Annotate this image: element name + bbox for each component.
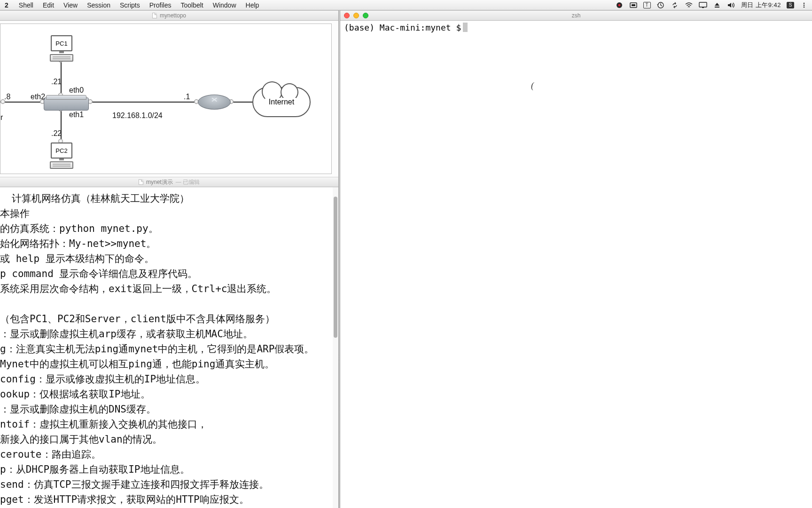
topo-window-titlebar[interactable]: mynettopo [0, 10, 338, 21]
topology-canvas[interactable]: PC1 PC2 Internet .8 r eth2 eth0 e [0, 24, 332, 174]
eject-icon[interactable] [713, 1, 721, 9]
menu-scripts[interactable]: Scripts [115, 1, 145, 9]
menu-help[interactable]: Help [241, 1, 264, 9]
menu-bar: 2 Shell Edit View Session Scripts Profil… [0, 0, 812, 10]
doc-window-subtitle: — 已编辑 [176, 178, 200, 186]
node-switch[interactable] [44, 97, 89, 111]
svg-rect-5 [699, 2, 707, 7]
menu-view[interactable]: View [59, 1, 82, 9]
doc-scroll-thumb[interactable] [334, 197, 337, 338]
menu-profiles[interactable]: Profiles [145, 1, 176, 9]
record-icon[interactable] [615, 1, 624, 9]
left-column: mynettopo PC1 [0, 10, 338, 508]
doc-panel: 计算机网络仿真（桂林航天工业大学院） 本操作 的仿真系统：python myne… [0, 187, 338, 508]
topology-panel: PC1 PC2 Internet .8 r eth2 eth0 e [0, 21, 338, 177]
label-addr-21: .21 [51, 78, 62, 86]
pc1-label: PC1 [55, 40, 67, 47]
traffic-lights [344, 13, 368, 18]
timemachine-icon[interactable] [656, 1, 665, 9]
todo-icon[interactable]: T [643, 2, 651, 8]
menu-session[interactable]: Session [82, 1, 115, 9]
menu-clock[interactable]: 周日 上午9:42 [741, 1, 781, 9]
node-pc2[interactable]: PC2 [47, 143, 76, 169]
doc-window-titlebar[interactable]: mynet演示 — 已编辑 [0, 177, 338, 187]
svg-rect-7 [715, 7, 719, 8]
label-eth0: eth0 [69, 86, 84, 95]
terminal-title: zsh [572, 12, 581, 19]
terminal-body[interactable]: (base) Mac-mini:mynet $ ( [340, 21, 812, 508]
doc-scrollbar[interactable] [333, 187, 338, 508]
menu-app-suffix[interactable]: 2 [4, 1, 14, 9]
doc-window-title: mynet演示 [146, 178, 173, 186]
label-eth1: eth1 [69, 111, 84, 119]
svg-rect-3 [632, 4, 635, 6]
topo-window-title: mynettopo [160, 12, 186, 19]
terminal-prompt: (base) Mac-mini:mynet $ [344, 23, 461, 32]
node-internet[interactable]: Internet [252, 87, 311, 117]
svg-point-9 [804, 4, 805, 6]
wire-left [0, 102, 43, 103]
display-icon[interactable] [699, 1, 707, 9]
maximize-button[interactable] [363, 13, 368, 18]
volume-icon[interactable] [727, 1, 735, 9]
pc2-label: PC2 [55, 147, 67, 154]
terminal-window: zsh (base) Mac-mini:mynet $ ( [340, 10, 812, 508]
menu-right: T 周日 上午9:42 S [615, 1, 808, 9]
wifi-icon[interactable] [685, 1, 693, 9]
minimize-button[interactable] [353, 13, 359, 18]
menu-extra-icon[interactable] [800, 1, 808, 9]
ime-icon[interactable]: S [787, 2, 794, 8]
terminal-titlebar[interactable]: zsh [340, 10, 812, 21]
label-subnet: 192.168.1.0/24 [112, 111, 163, 120]
node-pc1[interactable]: PC1 [47, 35, 76, 62]
svg-point-1 [618, 4, 620, 6]
label-addr-22: .22 [51, 129, 62, 138]
screenshot-icon[interactable] [629, 1, 638, 9]
wire-switch-router [90, 102, 198, 103]
menu-edit[interactable]: Edit [38, 1, 59, 9]
doc-text[interactable]: 计算机网络仿真（桂林航天工业大学院） 本操作 的仿真系统：python myne… [0, 187, 338, 508]
label-addr-r: r [0, 113, 3, 122]
internet-label: Internet [267, 98, 296, 106]
menu-window[interactable]: Window [208, 1, 241, 9]
document-icon [152, 13, 157, 18]
svg-rect-6 [702, 7, 704, 8]
svg-point-8 [804, 2, 805, 4]
node-router[interactable] [198, 95, 231, 110]
menu-toolbelt[interactable]: Toolbelt [176, 1, 208, 9]
svg-point-10 [804, 6, 805, 8]
label-addr-8: .8 [4, 93, 10, 101]
document-icon [139, 179, 143, 185]
label-eth2: eth2 [31, 93, 45, 101]
terminal-cursor [463, 23, 468, 32]
close-button[interactable] [344, 13, 350, 18]
label-addr-1: .1 [184, 93, 190, 101]
menu-shell[interactable]: Shell [14, 1, 38, 9]
sync-icon[interactable] [671, 1, 679, 9]
menu-left: 2 Shell Edit View Session Scripts Profil… [4, 1, 264, 9]
text-caret-mark: ( [531, 81, 534, 91]
